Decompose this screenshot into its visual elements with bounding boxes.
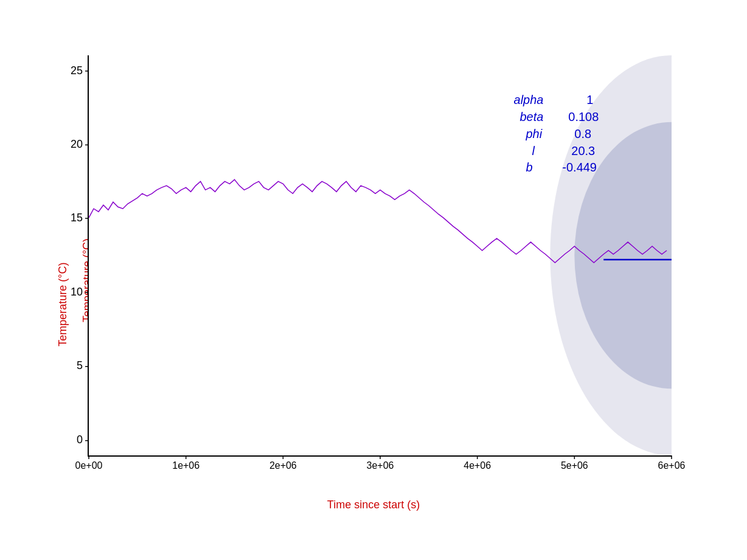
y-axis-label: Temperature (°C) [57,262,69,346]
svg-text:0.108: 0.108 [568,109,599,123]
chart-svg: 0 5 10 15 20 25 0e+00 1e+06 2e+06 [89,55,672,455]
svg-text:20: 20 [71,138,83,150]
svg-text:4e+06: 4e+06 [464,460,491,470]
svg-text:5e+06: 5e+06 [561,460,588,470]
svg-text:10: 10 [71,285,83,297]
svg-text:6e+06: 6e+06 [658,460,686,470]
svg-text:15: 15 [71,211,83,223]
svg-text:25: 25 [71,64,83,76]
svg-text:phi: phi [525,126,542,140]
svg-text:l: l [532,143,535,157]
svg-text:20.3: 20.3 [571,143,595,157]
svg-text:beta: beta [520,109,544,123]
svg-text:2e+06: 2e+06 [269,460,297,470]
svg-text:alpha: alpha [514,92,544,106]
chart-area: 0 5 10 15 20 25 0e+00 1e+06 2e+06 [88,55,672,457]
svg-text:5: 5 [77,359,83,372]
svg-text:0e+00: 0e+00 [75,460,103,470]
x-axis-label: Time since start (s) [327,499,420,511]
svg-text:b: b [526,161,533,174]
svg-text:1: 1 [586,92,593,106]
svg-text:0: 0 [77,434,83,446]
chart-container: Temperature (°C) [39,31,708,530]
svg-text:0.8: 0.8 [574,126,591,140]
svg-text:1e+06: 1e+06 [172,460,200,470]
svg-text:-0.449: -0.449 [562,161,597,174]
svg-text:3e+06: 3e+06 [367,460,394,470]
